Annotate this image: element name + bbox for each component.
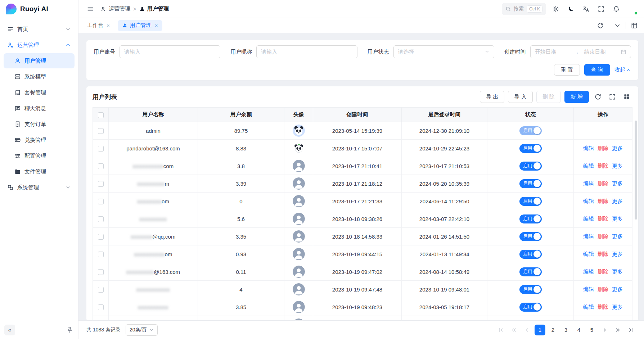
settings-gear-icon[interactable] — [550, 4, 561, 14]
status-toggle[interactable]: 启用 — [519, 214, 542, 223]
nickname-input[interactable]: 请输入 — [256, 45, 357, 58]
layout-fullscreen-icon[interactable] — [629, 20, 640, 31]
page-button-4[interactable]: 4 — [573, 325, 584, 335]
fullscreen-icon[interactable] — [607, 91, 618, 102]
status-toggle[interactable]: 启用 — [519, 303, 542, 312]
row-checkbox[interactable] — [98, 234, 104, 240]
edit-link[interactable]: 编辑 — [583, 286, 594, 292]
sidebar-collapse-button[interactable]: « — [4, 325, 15, 335]
user-avatar[interactable] — [626, 3, 638, 15]
more-link[interactable]: 更多 — [612, 145, 623, 151]
close-icon[interactable]: × — [107, 22, 110, 28]
row-checkbox[interactable] — [98, 181, 104, 187]
hamburger-menu-icon[interactable] — [85, 4, 96, 14]
row-checkbox[interactable] — [98, 128, 104, 134]
breadcrumb-user-management[interactable]: 用户管理 — [139, 5, 169, 12]
delete-link[interactable]: 删除 — [598, 268, 608, 275]
chevron-down-icon[interactable] — [612, 20, 623, 31]
status-select[interactable]: 请选择 — [393, 45, 494, 58]
sidebar-item-operations[interactable]: 运营管理 — [4, 37, 75, 53]
import-button[interactable]: 导 入 — [508, 91, 532, 103]
delete-link[interactable]: 删除 — [598, 198, 608, 204]
more-link[interactable]: 更多 — [612, 233, 623, 239]
close-icon[interactable]: × — [155, 22, 158, 28]
notifications-bell-icon[interactable] — [611, 4, 622, 14]
row-checkbox[interactable] — [98, 146, 104, 152]
export-button[interactable]: 导 出 — [480, 91, 504, 103]
account-input[interactable]: 请输入 — [120, 45, 220, 58]
sidebar-item-exchange[interactable]: 兑换管理 — [4, 132, 75, 148]
tab-workbench[interactable]: 工作台 × — [83, 20, 114, 31]
sidebar-item-package[interactable]: 套餐管理 — [4, 85, 75, 100]
delete-link[interactable]: 删除 — [598, 251, 608, 257]
edit-link[interactable]: 编辑 — [583, 163, 594, 169]
status-toggle[interactable]: 启用 — [519, 179, 542, 188]
status-toggle[interactable]: 启用 — [519, 126, 542, 135]
more-link[interactable]: 更多 — [612, 251, 623, 257]
page-button-1[interactable]: 1 — [535, 325, 545, 335]
logo-row[interactable]: Ruoyi AI — [0, 0, 78, 18]
delete-link[interactable]: 删除 — [598, 145, 608, 151]
first-page-button[interactable] — [496, 325, 506, 335]
search-button[interactable]: 查 询 — [584, 64, 610, 76]
row-checkbox[interactable] — [98, 304, 104, 310]
edit-link[interactable]: 编辑 — [583, 268, 594, 275]
status-toggle[interactable]: 启用 — [519, 250, 542, 259]
delete-button[interactable]: 删 除 — [536, 91, 561, 103]
edit-link[interactable]: 编辑 — [583, 233, 594, 239]
fullscreen-icon[interactable] — [596, 4, 607, 14]
more-link[interactable]: 更多 — [612, 286, 623, 292]
prev-page-button[interactable] — [522, 325, 532, 335]
row-checkbox[interactable] — [98, 216, 104, 222]
page-button-3[interactable]: 3 — [560, 325, 571, 335]
edit-link[interactable]: 编辑 — [583, 251, 594, 257]
translate-icon[interactable] — [581, 4, 591, 14]
sidebar-item-chat[interactable]: 聊天消息 — [4, 101, 75, 116]
collapse-filter-link[interactable]: 收起 — [614, 67, 631, 73]
delete-link[interactable]: 删除 — [598, 304, 608, 310]
row-checkbox[interactable] — [98, 287, 104, 293]
status-toggle[interactable]: 启用 — [519, 267, 542, 276]
page-button-5[interactable]: 5 — [586, 325, 597, 335]
more-link[interactable]: 更多 — [612, 268, 623, 275]
row-checkbox[interactable] — [98, 252, 104, 257]
sidebar-item-order[interactable]: 支付订单 — [4, 117, 75, 132]
sidebar-item-file[interactable]: 文件管理 — [4, 164, 75, 179]
breadcrumb-operations[interactable]: 运营管理 — [101, 5, 130, 12]
row-checkbox[interactable] — [98, 199, 104, 204]
delete-link[interactable]: 删除 — [598, 233, 608, 239]
next-5-pages-button[interactable] — [612, 325, 623, 335]
column-settings-grid-icon[interactable] — [621, 91, 632, 102]
row-checkbox[interactable] — [98, 269, 104, 275]
sidebar-item-model[interactable]: 系统模型 — [4, 69, 75, 84]
status-toggle[interactable]: 启用 — [519, 232, 542, 241]
global-search[interactable]: 搜索 Ctrl K — [502, 3, 546, 15]
status-toggle[interactable]: 启用 — [519, 197, 542, 206]
edit-link[interactable]: 编辑 — [583, 198, 594, 204]
edit-link[interactable]: 编辑 — [583, 145, 594, 151]
more-link[interactable]: 更多 — [612, 304, 623, 310]
prev-5-pages-button[interactable] — [509, 325, 519, 335]
more-link[interactable]: 更多 — [612, 163, 623, 169]
pin-icon[interactable] — [66, 326, 74, 334]
edit-link[interactable]: 编辑 — [583, 304, 594, 310]
edit-link[interactable]: 编辑 — [583, 216, 594, 222]
more-link[interactable]: 更多 — [612, 180, 623, 186]
table-scrollbar[interactable] — [635, 121, 637, 220]
refresh-icon[interactable] — [595, 20, 606, 31]
sidebar-item-home[interactable]: 首页 — [4, 22, 75, 37]
refresh-icon[interactable] — [593, 91, 603, 102]
more-link[interactable]: 更多 — [612, 216, 623, 222]
last-page-button[interactable] — [625, 325, 636, 335]
sidebar-item-user[interactable]: 用户管理 — [4, 53, 75, 68]
edit-link[interactable]: 编辑 — [583, 180, 594, 186]
select-all-checkbox[interactable] — [98, 112, 104, 118]
status-toggle[interactable]: 启用 — [519, 320, 542, 321]
sidebar-item-system[interactable]: 系统管理 — [4, 180, 75, 195]
delete-link[interactable]: 删除 — [598, 163, 608, 169]
sidebar-item-config[interactable]: 配置管理 — [4, 148, 75, 163]
reset-button[interactable]: 重 置 — [554, 64, 580, 76]
next-page-button[interactable] — [599, 325, 610, 335]
row-checkbox[interactable] — [98, 163, 104, 169]
more-link[interactable]: 更多 — [612, 198, 623, 204]
